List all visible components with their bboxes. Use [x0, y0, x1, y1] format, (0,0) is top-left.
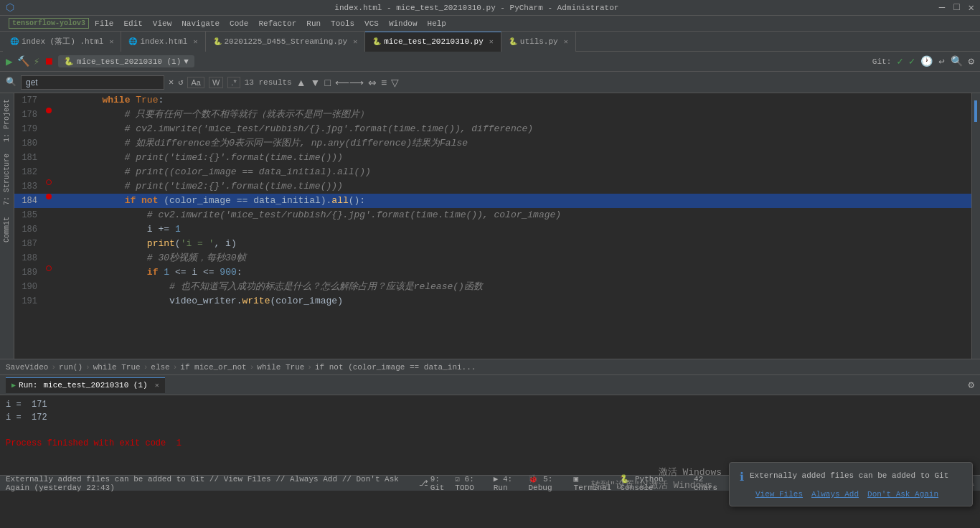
- tab-index-html[interactable]: 🌐 index.html ✕: [121, 32, 205, 52]
- app-icon: ⬡: [6, 1, 14, 14]
- status-left: Externally added files can be added to G…: [6, 475, 407, 492]
- menu-file[interactable]: File: [90, 18, 118, 29]
- bottom-tabs-left: ▶ Run: mice_test_20210310 (1) ✕: [6, 377, 165, 393]
- run-tab-close[interactable]: ✕: [155, 381, 159, 390]
- search-refresh-button[interactable]: ↺: [178, 77, 183, 88]
- tab-icon-html: 🌐: [10, 37, 19, 46]
- run-tab[interactable]: ▶ Run: mice_test_20210310 (1) ✕: [6, 377, 165, 393]
- git-check-1[interactable]: ✓: [897, 55, 903, 67]
- tab-mice-test[interactable]: 🐍 mice_test_20210310.py ✕: [365, 32, 501, 52]
- right-scroll-gutter[interactable]: [971, 93, 980, 359]
- menu-tools[interactable]: Tools: [326, 18, 359, 29]
- notif-view-files-link[interactable]: View Files: [755, 490, 803, 499]
- info-icon: ℹ: [740, 470, 744, 484]
- search-option-1[interactable]: ⟵⟶: [335, 77, 364, 88]
- status-message: Externally added files can be added to G…: [6, 475, 407, 492]
- tab-streaming[interactable]: 🐍 20201225_D455_Streaming.py ✕: [206, 32, 366, 52]
- tab-close-2[interactable]: ✕: [193, 37, 197, 46]
- tab-close[interactable]: ✕: [109, 37, 113, 46]
- title-bar-left: ⬡: [6, 1, 14, 14]
- breadcrumb: SaveVideo › run() › while True › else › …: [0, 359, 980, 374]
- tab-bar: 🌐 index (落工) .html ✕ 🌐 index.html ✕ 🐍 20…: [0, 32, 980, 52]
- output-line-2: i = 172: [6, 411, 974, 424]
- output-line-empty: [6, 424, 974, 437]
- search-match-case[interactable]: Aa: [187, 77, 204, 88]
- search-expand-button[interactable]: □: [324, 77, 330, 88]
- search-option-2[interactable]: ⇔: [368, 77, 377, 88]
- menu-navigate[interactable]: Navigate: [177, 18, 224, 29]
- notif-always-add-link[interactable]: Always Add: [811, 490, 859, 499]
- search-everything[interactable]: 🔍: [951, 55, 963, 67]
- coverage-button[interactable]: ⚡: [34, 55, 39, 67]
- breadcrumb-if-not[interactable]: if not (color_image == data_ini...: [315, 363, 476, 372]
- notif-dont-ask-link[interactable]: Don't Ask Again: [867, 490, 938, 499]
- search-clear-button[interactable]: ✕: [169, 77, 174, 88]
- project-badge: tensorflow-yolov3: [9, 18, 89, 29]
- breadcrumb-if-mice[interactable]: if mice_or_not: [180, 363, 246, 372]
- menu-help[interactable]: Help: [423, 18, 451, 29]
- run-config-name[interactable]: 🐍 mice_test_20210310 (1) ▼: [58, 55, 194, 67]
- menu-code[interactable]: Code: [225, 18, 253, 29]
- tab-close-5[interactable]: ✕: [564, 37, 568, 46]
- bottom-tab-settings[interactable]: ⚙: [969, 379, 974, 391]
- status-todo[interactable]: ☑ 6: TODO: [455, 474, 484, 492]
- commit-panel-tab[interactable]: Commit: [1, 211, 13, 248]
- status-debug[interactable]: 🐞 5: Debug: [528, 474, 565, 492]
- structure-panel-tab[interactable]: 7: Structure: [1, 148, 13, 211]
- breadcrumb-whiletrue2[interactable]: while True: [257, 363, 304, 372]
- run-green-button[interactable]: ▶: [6, 55, 13, 69]
- title-bar-controls[interactable]: — □ ✕: [939, 1, 974, 14]
- search-option-3[interactable]: ≡: [381, 77, 387, 88]
- git-label: Git:: [872, 57, 891, 66]
- code-line-178: 178 # 只要有任何一个数不相等就行（就表示不是同一张图片）: [14, 108, 971, 122]
- git-icon: ⎇: [419, 478, 428, 488]
- status-run[interactable]: ▶ 4: Run: [494, 474, 520, 492]
- breadcrumb-whiletrue[interactable]: while True: [93, 363, 141, 372]
- left-gutter: 1: Project 7: Structure Commit: [0, 93, 14, 359]
- tab-utils[interactable]: 🐍 utils.py ✕: [501, 32, 576, 52]
- tab-close-3[interactable]: ✕: [353, 37, 357, 46]
- title-bar-center: index.html - mice_test_20210310.py - PyC…: [334, 4, 618, 12]
- breadcrumb-savevideo[interactable]: SaveVideo: [6, 363, 48, 372]
- menu-refactor[interactable]: Refactor: [254, 18, 301, 29]
- project-panel-tab[interactable]: 1: Project: [1, 93, 13, 148]
- stop-button[interactable]: ⏹: [44, 56, 54, 67]
- menu-run[interactable]: Run: [302, 18, 325, 29]
- output-line-1: i = 171: [6, 398, 974, 411]
- search-whole-word[interactable]: W: [209, 77, 223, 88]
- status-git[interactable]: ⎇ 9: Git: [419, 475, 447, 492]
- tab-index-gong[interactable]: 🌐 index (落工) .html ✕: [3, 32, 121, 52]
- breadcrumb-run[interactable]: run(): [59, 363, 83, 372]
- menu-vcs[interactable]: VCS: [360, 18, 383, 29]
- git-history[interactable]: 🕐: [920, 55, 933, 67]
- search-next-button[interactable]: ▼: [311, 77, 321, 88]
- menu-view[interactable]: View: [149, 18, 176, 29]
- breadcrumb-else[interactable]: else: [151, 363, 169, 372]
- menu-edit[interactable]: Edit: [119, 18, 146, 29]
- close-button[interactable]: ✕: [969, 1, 974, 14]
- bottom-tabs: ▶ Run: mice_test_20210310 (1) ✕ ⚙: [0, 375, 980, 395]
- notification-header: ℹ Externally added files can be added to…: [740, 470, 962, 484]
- minimize-button[interactable]: —: [939, 1, 945, 14]
- tab-icon-py: 🐍: [213, 37, 222, 46]
- maximize-button[interactable]: □: [953, 1, 959, 14]
- config-dropdown-icon[interactable]: ▼: [184, 57, 189, 66]
- search-prev-button[interactable]: ▲: [296, 77, 306, 88]
- settings-button[interactable]: ⚙: [969, 55, 974, 67]
- code-area[interactable]: 177 while True: 178 # 只要有任何一个数不相等就行（就表示不…: [14, 93, 971, 359]
- code-line-186: 186 i += 1: [14, 222, 971, 237]
- code-line-180: 180 # 如果difference全为0表示同一张图片, np.any(dif…: [14, 136, 971, 151]
- git-check-2[interactable]: ✓: [909, 55, 915, 67]
- code-line-185: 185 # cv2.imwrite('mice_test/rubbish/{}.…: [14, 208, 971, 222]
- search-filter-button[interactable]: ▽: [391, 77, 399, 88]
- search-icon: 🔍: [6, 77, 17, 88]
- search-input[interactable]: [21, 75, 164, 90]
- search-regex[interactable]: .*: [227, 77, 240, 88]
- git-undo[interactable]: ↩: [938, 55, 944, 67]
- notification-links: View Files Always Add Don't Ask Again: [740, 490, 962, 499]
- code-line-177: 177 while True:: [14, 93, 971, 108]
- build-button[interactable]: 🔨: [17, 55, 29, 67]
- tab-close-4[interactable]: ✕: [489, 37, 494, 46]
- menu-window[interactable]: Window: [385, 18, 422, 29]
- window-title: index.html - mice_test_20210310.py - PyC…: [334, 4, 618, 12]
